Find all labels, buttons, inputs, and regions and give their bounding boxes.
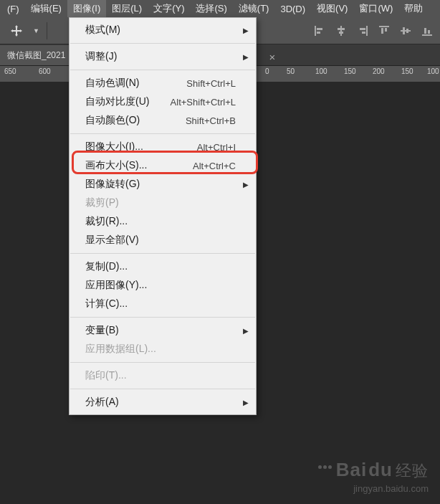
align-center-h-icon[interactable] <box>331 22 351 39</box>
svg-rect-13 <box>403 27 405 34</box>
document-tab[interactable]: 微信截图_2021 <box>0 45 73 65</box>
align-middle-icon[interactable] <box>396 22 416 39</box>
svg-rect-8 <box>362 32 365 34</box>
svg-rect-11 <box>385 28 387 32</box>
move-tool-icon[interactable] <box>4 21 29 41</box>
image-menu-dropdown: 模式(M)▶ 调整(J)▶ 自动色调(N)Shift+Ctrl+L 自动对比度(… <box>69 17 257 415</box>
ruler-tick: 150 <box>344 67 356 75</box>
menu-trim[interactable]: 裁切(R)... <box>70 212 256 231</box>
menu-image-rotation[interactable]: 图像旋转(G)▶ <box>70 175 256 194</box>
menu-separator <box>70 43 255 44</box>
svg-rect-14 <box>406 29 408 33</box>
menu-variables[interactable]: 变量(B)▶ <box>70 321 256 340</box>
svg-rect-1 <box>317 28 322 30</box>
svg-rect-2 <box>317 32 320 34</box>
menu-3d[interactable]: 3D(D) <box>274 1 311 16</box>
document-tab-title: 微信截图_2021 <box>7 49 65 62</box>
watermark: Baidu 经验 jingyan.baidu.com <box>318 459 429 494</box>
menu-apply-data-set: 应用数据组(L)... <box>70 340 256 358</box>
svg-rect-15 <box>422 34 432 36</box>
menu-image-size[interactable]: 图像大小(I)...Alt+Ctrl+I <box>70 138 256 156</box>
align-right-icon[interactable] <box>353 22 373 39</box>
svg-rect-3 <box>340 26 342 36</box>
menu-apply-image[interactable]: 应用图像(Y)... <box>70 276 256 295</box>
menu-trap: 陷印(T)... <box>70 366 256 385</box>
tab-close-button[interactable]: × <box>264 49 281 65</box>
menu-separator <box>70 133 255 134</box>
menu-filter[interactable]: 滤镜(T) <box>233 0 275 17</box>
svg-rect-7 <box>360 28 365 30</box>
menu-file[interactable]: (F) <box>1 1 25 16</box>
menu-separator <box>70 253 255 254</box>
menu-analysis[interactable]: 分析(A)▶ <box>70 393 256 412</box>
submenu-arrow-icon: ▶ <box>243 399 249 406</box>
menu-mode[interactable]: 模式(M)▶ <box>70 21 256 39</box>
svg-rect-0 <box>315 26 316 36</box>
menu-auto-contrast[interactable]: 自动对比度(U)Alt+Shift+Ctrl+L <box>70 92 256 111</box>
submenu-arrow-icon: ▶ <box>243 27 249 34</box>
ruler-tick: 100 <box>427 67 439 75</box>
paw-icon <box>318 465 332 469</box>
ruler-tick: 150 <box>401 67 413 75</box>
ruler-tick: 200 <box>373 67 385 75</box>
svg-rect-6 <box>366 26 368 36</box>
svg-rect-5 <box>339 32 343 34</box>
menubar: (F) 编辑(E) 图像(I) 图层(L) 文字(Y) 选择(S) 滤镜(T) … <box>0 0 440 17</box>
menu-image[interactable]: 图像(I) <box>67 0 106 17</box>
menu-select[interactable]: 选择(S) <box>190 0 232 17</box>
svg-rect-10 <box>381 28 383 34</box>
menu-separator <box>70 317 255 318</box>
menu-reveal-all[interactable]: 显示全部(V) <box>70 231 256 249</box>
submenu-arrow-icon: ▶ <box>243 327 249 335</box>
submenu-arrow-icon: ▶ <box>243 181 249 189</box>
menu-calculations[interactable]: 计算(C)... <box>70 295 256 313</box>
menu-auto-color[interactable]: 自动颜色(O)Shift+Ctrl+B <box>70 111 256 130</box>
menu-crop: 裁剪(P) <box>70 194 256 212</box>
menu-auto-tone[interactable]: 自动色调(N)Shift+Ctrl+L <box>70 74 256 92</box>
menu-view[interactable]: 视图(V) <box>311 0 353 17</box>
ruler-tick: 50 <box>287 67 295 75</box>
svg-rect-17 <box>428 30 430 34</box>
align-bottom-icon[interactable] <box>417 22 437 39</box>
ruler-tick: 650 <box>4 67 16 75</box>
menu-edit[interactable]: 编辑(E) <box>25 0 67 17</box>
toolbar-separator <box>47 22 47 39</box>
ruler-tick: 600 <box>39 67 51 75</box>
dropdown-caret-icon[interactable]: ▼ <box>33 27 39 34</box>
menu-help[interactable]: 帮助 <box>398 0 429 17</box>
menu-layer[interactable]: 图层(L) <box>106 0 148 17</box>
menu-duplicate[interactable]: 复制(D)... <box>70 257 256 276</box>
align-top-icon[interactable] <box>374 22 394 39</box>
svg-rect-12 <box>401 30 411 32</box>
svg-rect-16 <box>424 28 426 34</box>
menu-separator <box>70 70 255 70</box>
menu-separator <box>70 362 255 363</box>
ruler-tick: 100 <box>315 67 327 75</box>
svg-rect-4 <box>338 28 345 30</box>
menu-type[interactable]: 文字(Y) <box>148 0 190 17</box>
ruler-tick: 0 <box>265 67 269 75</box>
submenu-arrow-icon: ▶ <box>243 53 249 61</box>
watermark-url: jingyan.baidu.com <box>318 483 429 494</box>
menu-canvas-size[interactable]: 画布大小(S)...Alt+Ctrl+C <box>70 156 256 175</box>
align-left-icon[interactable] <box>310 22 330 39</box>
menu-window[interactable]: 窗口(W) <box>353 0 398 17</box>
menu-adjustments[interactable]: 调整(J)▶ <box>70 47 256 66</box>
svg-rect-9 <box>379 26 389 27</box>
menu-separator <box>70 389 255 389</box>
